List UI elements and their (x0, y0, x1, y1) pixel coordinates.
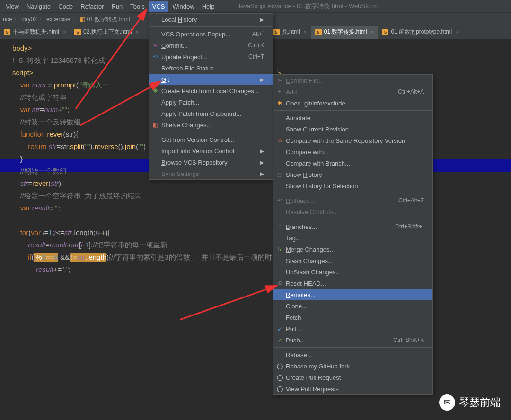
menu-item-label: Reset HEAD... (286, 280, 326, 287)
menu-item[interactable]: ↗Push...Ctrl+Shift+K (273, 334, 432, 346)
menu-item[interactable]: ➢Commit...Ctrl+K (149, 40, 273, 51)
breadcrumb-item[interactable]: ◧01.数字转换.html (80, 16, 130, 24)
menu-glyph-icon: ↗ (276, 337, 283, 343)
tab[interactable]: 5十与函数提升.html× (0, 26, 70, 39)
menu-item-label: Create Pull Request (286, 374, 341, 381)
menu-item[interactable]: Get from Version Control... (149, 134, 273, 145)
close-icon[interactable]: × (370, 29, 374, 35)
menu-item[interactable]: ↙Pull... (273, 323, 432, 334)
menu-item-label: Update Project... (161, 53, 207, 61)
menu-item-label: Import into Version Control (161, 148, 234, 155)
menu-item-label: Pull... (286, 325, 301, 332)
submenu-arrow-icon: ▶ (260, 77, 264, 82)
close-icon[interactable]: × (63, 29, 66, 35)
menu-item[interactable]: Apply Patch... (149, 96, 273, 108)
submenu-arrow-icon: ▶ (260, 149, 264, 154)
menu-glyph-icon: ◷ (276, 171, 283, 178)
menu-item-label: VCS Operations Popup... (161, 31, 230, 38)
menu-item-label: Annotate (286, 114, 310, 122)
menu-item[interactable]: ⟲Update Project...Ctrl+T (149, 51, 273, 62)
menu-item[interactable]: ◷Show History (273, 169, 432, 180)
vcs-menu: Local History▶VCS Operations Popup...Alt… (149, 13, 273, 180)
menu-tools[interactable]: Tools (126, 1, 148, 12)
menu-item[interactable]: ❋Create Patch from Local Changes... (149, 85, 273, 96)
menu-item-label: Create Patch from Local Changes... (161, 88, 259, 95)
menu-item[interactable]: VCS Operations Popup...Alt+` (149, 28, 273, 40)
breadcrumb-item[interactable]: day02 (21, 16, 37, 23)
tab[interactable]: 501.函数的prototype.html× (378, 26, 463, 39)
close-icon[interactable]: × (136, 29, 139, 35)
menu-item[interactable]: Browse VCS Repository▶ (149, 157, 273, 168)
svg-line-2 (180, 286, 277, 320)
menu-item-label: Compare with the Same Repository Version (286, 137, 405, 144)
menu-item[interactable]: ⟲Reset HEAD... (273, 278, 432, 289)
menu-item[interactable]: ᛉBranches...Ctrl+Shift+` (273, 221, 432, 232)
menu-item: Resolve Conflicts... (273, 206, 432, 218)
menu-item[interactable]: Stash Changes... (273, 255, 432, 266)
menu-item[interactable]: Annotate (273, 112, 432, 123)
git-submenu: ➢Commit File...+AddCtrl+Alt+A✱Open .git/… (273, 74, 433, 395)
menu-item[interactable]: UnStash Changes... (273, 266, 432, 278)
menu-item-label: Stash Changes... (286, 257, 333, 264)
menu-item[interactable]: ⧉Compare with the Same Repository Versio… (273, 135, 432, 146)
menu-item[interactable]: Apply Patch from Clipboard... (149, 108, 273, 119)
menu-glyph-icon: ➢ (276, 77, 283, 84)
menu-item[interactable]: Remotes... (273, 289, 432, 300)
tab[interactable]: 5兑.html× (271, 26, 311, 39)
menu-item[interactable]: Git▶ (149, 74, 273, 85)
menu-navigate[interactable]: Navigate (23, 1, 54, 12)
close-icon[interactable]: × (456, 29, 459, 35)
menu-item-label: Commit File... (286, 77, 324, 84)
menu-item[interactable]: Clone... (273, 300, 432, 312)
menu-item[interactable]: Rebase... (273, 349, 432, 360)
shortcut-label: Alt+` (252, 31, 264, 37)
menu-run[interactable]: Run (108, 1, 127, 12)
breadcrumb-item[interactable]: excercise (46, 16, 70, 23)
menu-item: +AddCtrl+Alt+A (273, 86, 432, 97)
menu-item[interactable]: ✱Open .git/info/exclude (273, 97, 432, 109)
breadcrumb-item[interactable]: nce (3, 16, 12, 23)
window-title: JavaScript Advance - 01.数字转换.html - WebS… (237, 2, 378, 10)
menu-glyph-icon: ◯ (276, 385, 283, 392)
menu-item[interactable]: Show Current Revision (273, 123, 432, 135)
menu-item-label: Add (286, 88, 297, 96)
tab[interactable]: 501.数字转换.html× (311, 26, 379, 39)
menu-glyph-icon: ◯ (276, 363, 283, 369)
menu-item[interactable]: Fetch (273, 312, 432, 323)
menu-item[interactable]: Tag... (273, 232, 432, 244)
menu-item-label: UnStash Changes... (286, 269, 341, 276)
menu-window[interactable]: Window (168, 1, 198, 12)
tab[interactable]: 502.执行上下文.html× (70, 26, 143, 39)
menu-item[interactable]: Compare with... (273, 146, 432, 158)
menu-item-label: Browse VCS Repository (161, 159, 227, 166)
close-icon[interactable]: × (304, 29, 307, 35)
watermark: ✉ 琴瑟前端 (439, 394, 501, 411)
html5-icon: 5 (74, 29, 81, 35)
menu-item[interactable]: Refresh File Status (149, 62, 273, 74)
shortcut-label: Ctrl+K (248, 42, 264, 49)
menu-item[interactable]: ↳Merge Changes... (273, 244, 432, 255)
menu-code[interactable]: Code (54, 1, 77, 12)
menu-item[interactable]: Compare with Branch... (273, 158, 432, 169)
menu-item-label: Refresh File Status (161, 65, 214, 72)
menu-item[interactable]: Show History for Selection (273, 180, 432, 192)
shortcut-label: Ctrl+Alt+A (398, 88, 424, 95)
menu-item[interactable]: ◯View Pull Requests (273, 383, 432, 394)
menu-item[interactable]: ◯Rebase my GitHub fork (273, 360, 432, 372)
shortcut-label: Ctrl+Shift+` (395, 223, 424, 230)
submenu-arrow-icon: ▶ (260, 160, 264, 165)
menu-item[interactable]: Import into Version Control▶ (149, 145, 273, 157)
menu-help[interactable]: Help (198, 1, 219, 12)
menu-view[interactable]: View (2, 1, 23, 12)
menu-item: ➢Commit File... (273, 75, 432, 86)
menu-glyph-icon: ◧ (152, 122, 159, 128)
menu-refactor[interactable]: Refactor (77, 1, 107, 12)
menu-item[interactable]: ◧Shelve Changes... (149, 119, 273, 131)
shortcut-label: Ctrl+Alt+Z (398, 197, 424, 204)
menu-item[interactable]: Local History▶ (149, 14, 273, 25)
menu-item[interactable]: ◯Create Pull Request (273, 372, 432, 383)
menu-vcs[interactable]: VCS (149, 1, 169, 12)
menu-item-label: Show Current Revision (286, 126, 349, 133)
menu-glyph-icon: ◯ (276, 374, 283, 381)
menu-item: ↶Rollback...Ctrl+Alt+Z (273, 195, 432, 206)
